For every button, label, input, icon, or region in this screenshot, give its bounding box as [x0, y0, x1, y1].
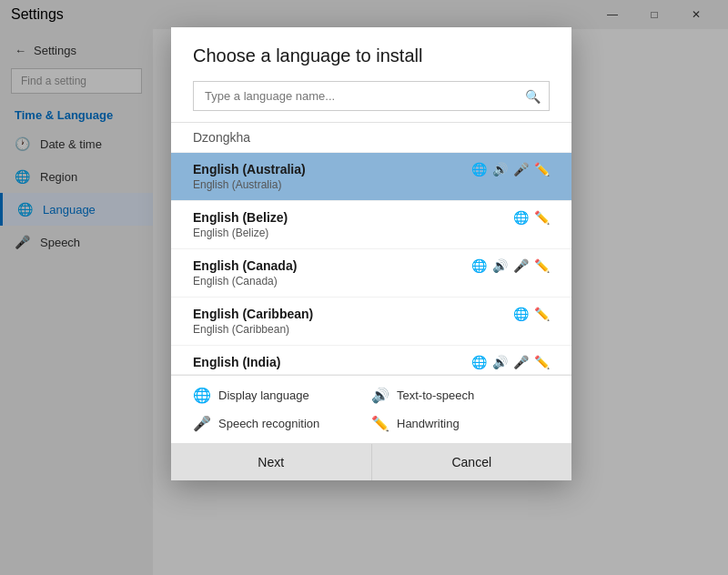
display-lang-icon: 🌐 [513, 210, 529, 225]
display-lang-icon: 🌐 [471, 355, 487, 369]
dialog-search-row: 🔍 [171, 81, 571, 122]
legend-speech-recognition: 🎤 Speech recognition [193, 415, 371, 432]
lang-name-india: English (India) 🌐 🔊 🎤 ✏️ [193, 355, 550, 369]
legend-handwriting: ✏️ Handwriting [371, 415, 550, 432]
lang-icons-caribbean: 🌐 ✏️ [513, 307, 550, 321]
dialog-title: Choose a language to install [171, 27, 571, 81]
tts-legend-icon: 🔊 [371, 387, 389, 404]
speech-icon: 🎤 [513, 355, 529, 369]
legend-speech-label: Speech recognition [218, 417, 319, 430]
lang-sub-australia: English (Australia) [193, 178, 550, 191]
list-item-english-india[interactable]: English (India) 🌐 🔊 🎤 ✏️ [171, 346, 571, 375]
list-item-english-caribbean[interactable]: English (Caribbean) 🌐 ✏️ English (Caribb… [171, 298, 571, 346]
lang-sub-canada: English (Canada) [193, 275, 550, 288]
legend-display-language: 🌐 Display language [193, 387, 371, 404]
lang-name-belize: English (Belize) 🌐 ✏️ [193, 210, 550, 225]
tts-icon: 🔊 [492, 162, 508, 177]
tts-icon: 🔊 [492, 258, 508, 273]
legend-handwriting-label: Handwriting [397, 417, 460, 430]
handwriting-icon: ✏️ [534, 162, 550, 177]
lang-sub-belize: English (Belize) [193, 227, 550, 239]
lang-icons-canada: 🌐 🔊 🎤 ✏️ [471, 258, 550, 273]
handwriting-icon: ✏️ [534, 210, 550, 225]
speech-icon: 🎤 [513, 162, 529, 177]
lang-name-canada: English (Canada) 🌐 🔊 🎤 ✏️ [193, 258, 550, 273]
list-item-english-canada[interactable]: English (Canada) 🌐 🔊 🎤 ✏️ English (Canad… [171, 249, 571, 298]
display-lang-icon: 🌐 [471, 162, 487, 177]
lang-name-caribbean: English (Caribbean) 🌐 ✏️ [193, 307, 550, 321]
legend-row: 🌐 Display language 🔊 Text-to-speech [171, 375, 571, 415]
cancel-button[interactable]: Cancel [371, 444, 572, 480]
list-item-dzongkha-partial[interactable]: Dzongkha [171, 123, 571, 153]
legend-row-2: 🎤 Speech recognition ✏️ Handwriting [171, 415, 571, 443]
display-language-legend-icon: 🌐 [193, 387, 211, 404]
legend-tts-label: Text-to-speech [397, 388, 474, 402]
language-install-dialog: Choose a language to install 🔍 Dzongkha … [171, 27, 571, 480]
list-item-english-belize[interactable]: English (Belize) 🌐 ✏️ English (Belize) [171, 201, 571, 249]
next-button[interactable]: Next [171, 444, 371, 480]
search-icon: 🔍 [525, 89, 541, 104]
lang-sub-caribbean: English (Caribbean) [193, 323, 550, 336]
handwriting-legend-icon: ✏️ [371, 415, 389, 432]
display-lang-icon: 🌐 [471, 258, 487, 273]
speech-recognition-legend-icon: 🎤 [193, 415, 211, 432]
speech-icon: 🎤 [513, 258, 529, 273]
handwriting-icon: ✏️ [534, 307, 550, 321]
list-item-english-australia[interactable]: English (Australia) 🌐 🔊 🎤 ✏️ English (Au… [171, 153, 571, 201]
display-lang-icon: 🌐 [513, 307, 529, 321]
language-search-input[interactable] [193, 81, 550, 111]
search-wrapper: 🔍 [193, 81, 550, 111]
tts-icon: 🔊 [492, 355, 508, 369]
dialog-buttons: Next Cancel [171, 443, 571, 480]
legend-display-label: Display language [218, 388, 309, 402]
handwriting-icon: ✏️ [534, 258, 550, 273]
lang-name-australia: English (Australia) 🌐 🔊 🎤 ✏️ [193, 162, 550, 177]
handwriting-icon: ✏️ [534, 355, 550, 369]
lang-icons-india: 🌐 🔊 🎤 ✏️ [471, 355, 550, 369]
lang-icons-belize: 🌐 ✏️ [513, 210, 550, 225]
legend-tts: 🔊 Text-to-speech [371, 387, 550, 404]
lang-icons-australia: 🌐 🔊 🎤 ✏️ [471, 162, 550, 177]
dzongkha-label: Dzongkha [193, 130, 250, 145]
language-list: Dzongkha English (Australia) 🌐 🔊 🎤 ✏️ En… [171, 122, 571, 375]
